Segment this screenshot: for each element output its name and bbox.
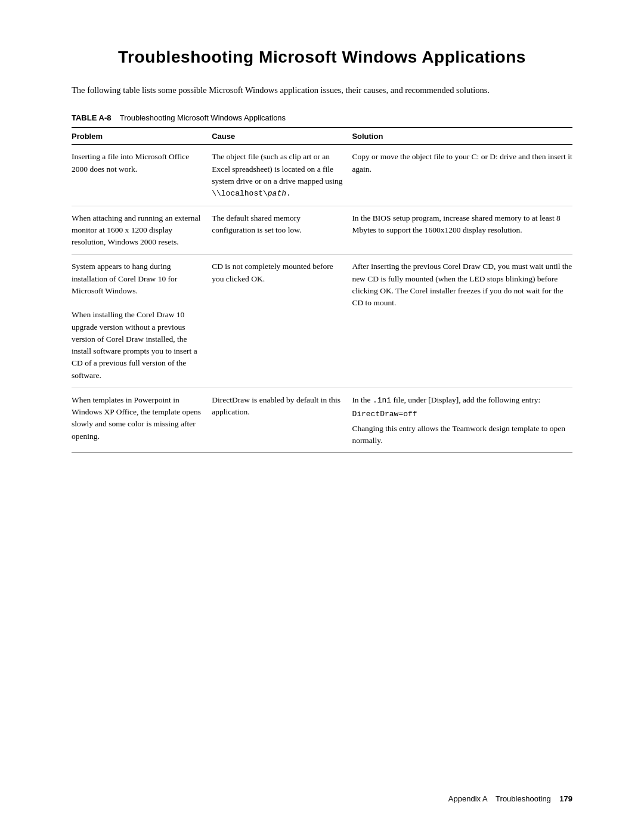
solution-mono-block: DirectDraw=off xyxy=(352,408,572,420)
footer: Appendix A Troubleshooting 179 xyxy=(448,794,572,803)
cause-cell: CD is not completely mounted before you … xyxy=(212,255,352,388)
cause-text: The default shared memory configuration … xyxy=(212,213,301,234)
footer-page-number: 179 xyxy=(559,794,572,803)
col-header-cause: Cause xyxy=(212,128,352,145)
problem-cell: When attaching and running an external m… xyxy=(72,206,212,255)
table-caption-label: TABLE A-8 xyxy=(72,113,111,122)
col-header-solution: Solution xyxy=(352,128,572,145)
cause-text: DirectDraw is enabled by default in this… xyxy=(212,395,340,416)
cause-text: The object file (such as clip art or an … xyxy=(212,152,342,197)
table-row: Inserting a file into Microsoft Office 2… xyxy=(72,145,572,206)
table-caption-text: Troubleshooting Microsoft Windows Applic… xyxy=(120,113,286,122)
problem-text: System appears to hang during installati… xyxy=(72,262,177,295)
problem-cell: When templates in Powerpoint in Windows … xyxy=(72,388,212,453)
cause-mono: \\localhost\path. xyxy=(212,189,291,198)
cause-cell: The default shared memory configuration … xyxy=(212,206,352,255)
cause-cell: DirectDraw is enabled by default in this… xyxy=(212,388,352,453)
solution-text: After inserting the previous Corel Draw … xyxy=(352,262,572,307)
table-row: System appears to hang during installati… xyxy=(72,255,572,388)
solution-cell: After inserting the previous Corel Draw … xyxy=(352,255,572,388)
solution-cell: In the BIOS setup program, increase shar… xyxy=(352,206,572,255)
cause-text: CD is not completely mounted before you … xyxy=(212,262,333,283)
problem-text-2: When installing the Corel Draw 10 upgrad… xyxy=(72,310,197,379)
page: Troubleshooting Microsoft Windows Applic… xyxy=(0,0,644,833)
col-header-problem: Problem xyxy=(72,128,212,145)
solution-cell: Copy or move the object file to your C: … xyxy=(352,145,572,206)
problem-cell: Inserting a file into Microsoft Office 2… xyxy=(72,145,212,206)
problem-cell: System appears to hang during installati… xyxy=(72,255,212,388)
solution-mono: .ini xyxy=(373,396,391,405)
footer-middle: Troubleshooting xyxy=(496,794,551,803)
table-row: When attaching and running an external m… xyxy=(72,206,572,255)
solution-text-2: Changing this entry allows the Teamwork … xyxy=(352,424,565,445)
solution-text: In the .ini file, under [Display], add t… xyxy=(352,395,540,404)
page-title: Troubleshooting Microsoft Windows Applic… xyxy=(72,48,572,67)
solution-text: In the BIOS setup program, increase shar… xyxy=(352,213,560,234)
problem-text: When templates in Powerpoint in Windows … xyxy=(72,395,201,441)
intro-text: The following table lists some possible … xyxy=(72,83,572,97)
troubleshooting-table: Problem Cause Solution Inserting a file … xyxy=(72,127,572,453)
solution-cell: In the .ini file, under [Display], add t… xyxy=(352,388,572,453)
problem-text: Inserting a file into Microsoft Office 2… xyxy=(72,152,189,173)
table-row: When templates in Powerpoint in Windows … xyxy=(72,388,572,453)
solution-text: Copy or move the object file to your C: … xyxy=(352,152,572,173)
table-caption: TABLE A-8 Troubleshooting Microsoft Wind… xyxy=(72,113,572,122)
footer-prefix: Appendix A xyxy=(448,794,487,803)
cause-cell: The object file (such as clip art or an … xyxy=(212,145,352,206)
problem-text: When attaching and running an external m… xyxy=(72,213,200,247)
